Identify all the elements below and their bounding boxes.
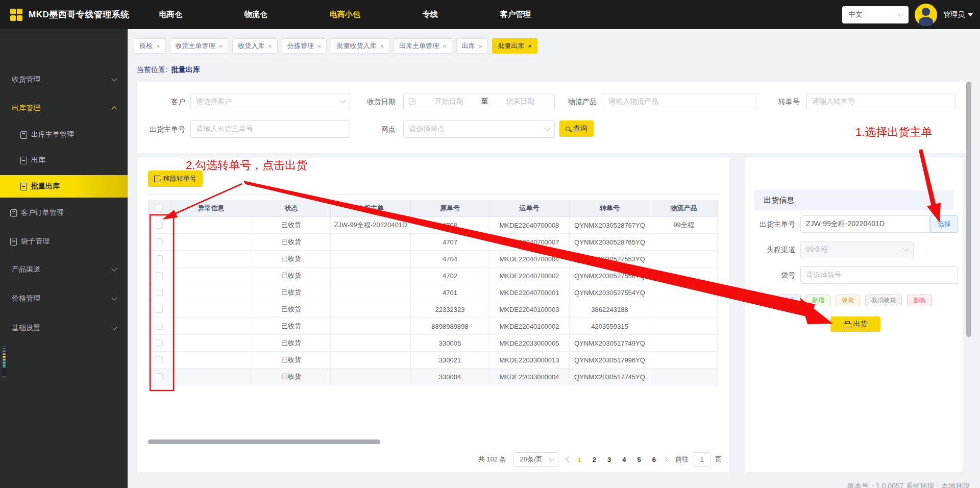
row-checkbox[interactable]: [156, 272, 163, 279]
horizontal-scrollbar[interactable]: [148, 440, 380, 444]
top-nav-item[interactable]: 客户管理: [500, 10, 531, 19]
prev-page-button[interactable]: [566, 457, 571, 462]
page-size-select[interactable]: 20条/页: [513, 452, 558, 467]
close-icon[interactable]: [479, 42, 483, 50]
tab[interactable]: 出库: [456, 38, 488, 54]
sidebar-item-outbound-single[interactable]: 出库: [0, 149, 128, 172]
row-checkbox[interactable]: [156, 356, 163, 363]
top-nav-item[interactable]: 物流仓: [244, 10, 267, 19]
close-icon[interactable]: [380, 42, 384, 50]
select-all-checkbox[interactable]: [156, 205, 163, 212]
logistics-product-input[interactable]: 请输入物流产品: [603, 93, 756, 110]
page-number[interactable]: 1: [578, 456, 581, 463]
close-icon[interactable]: [219, 42, 223, 50]
close-icon[interactable]: [443, 42, 447, 50]
search-button[interactable]: 查询: [559, 120, 594, 137]
start-date-input[interactable]: 开始日期: [420, 97, 478, 106]
sidebar-item-outbound[interactable]: 出库管理: [0, 97, 128, 119]
cell-exception: [170, 267, 252, 284]
cell-waybill-no: MKDE22040700002: [489, 267, 570, 284]
page-number[interactable]: 3: [607, 456, 611, 463]
cell-logistics-product: [650, 251, 718, 267]
bag-pack-button[interactable]: 装袋: [836, 295, 860, 306]
row-checkbox[interactable]: [156, 306, 163, 313]
goto-page-input[interactable]: [693, 452, 711, 467]
select-master-button[interactable]: 选择: [930, 215, 958, 233]
close-icon[interactable]: [317, 42, 322, 50]
first-leg-channel-select[interactable]: 99全程: [800, 241, 914, 258]
row-checkbox[interactable]: [156, 289, 163, 296]
top-nav-item[interactable]: 电商仓: [159, 10, 182, 19]
row-checkbox[interactable]: [156, 238, 163, 246]
sidebar-item-batch-outbound[interactable]: 批量出库: [0, 175, 128, 198]
breadcrumb: 当前位置: 批量出库: [137, 65, 200, 75]
transfer-no-input[interactable]: 请输入转单号: [806, 93, 956, 110]
tab[interactable]: 收货入库: [232, 38, 278, 54]
row-checkbox[interactable]: [156, 222, 163, 229]
page-number[interactable]: 6: [652, 456, 656, 463]
bag-no-label: 袋号: [754, 266, 795, 284]
row-checkbox[interactable]: [156, 339, 163, 347]
receive-date-range[interactable]: 开始日期 至 结束日期: [403, 93, 555, 110]
page-number[interactable]: 4: [622, 456, 626, 463]
language-select[interactable]: 中文: [842, 6, 909, 23]
transfer-no-label: 转单号: [770, 93, 800, 110]
chevron-down-icon: [111, 76, 117, 81]
sidebar-item-bag-management[interactable]: 袋子管理: [0, 230, 128, 253]
chevron-down-icon: [897, 11, 903, 16]
bag-no-input[interactable]: 请选择袋号: [800, 266, 958, 284]
row-checkbox[interactable]: [156, 323, 163, 330]
vertical-scrollbar[interactable]: [966, 82, 971, 337]
cell-waybill-no: MKDE22040700004: [489, 251, 570, 267]
ship-button[interactable]: 出货: [830, 316, 880, 332]
sidebar-item-price-management[interactable]: 价格管理: [0, 287, 128, 310]
cell-status: 已收货: [252, 251, 331, 267]
cell-original-no: 4702: [411, 267, 489, 284]
sidebar-item-receiving[interactable]: 收货管理: [0, 68, 128, 91]
sidebar-item-basic-settings[interactable]: 基础设置: [0, 317, 128, 339]
divider: [148, 194, 718, 194]
cell-exception: [170, 301, 252, 318]
tab[interactable]: 分拣管理: [282, 38, 327, 54]
close-icon[interactable]: [528, 42, 532, 50]
remove-transfer-icon: [154, 176, 160, 182]
bag-select-button[interactable]: 选择: [776, 295, 801, 306]
row-checkbox[interactable]: [156, 255, 163, 262]
end-date-input[interactable]: 结束日期: [492, 97, 550, 106]
close-icon[interactable]: [268, 42, 272, 50]
sidebar-item-product-channel[interactable]: 产品渠道: [0, 258, 128, 281]
tab[interactable]: 批量收货入库: [331, 38, 389, 54]
sidebar-item-outbound-master[interactable]: 出库主单管理: [0, 124, 128, 146]
page-number[interactable]: 5: [638, 456, 641, 463]
top-nav-item[interactable]: 电商小包: [330, 10, 360, 19]
cell-waybill-no: MKDE22033000013: [489, 352, 570, 369]
open-tabs-bar: 质检 收货主单管理 收货入库 分拣管理 批量收货入库 出库主单管理 出库 批量出…: [134, 38, 537, 54]
page-number[interactable]: 2: [593, 456, 596, 463]
document-icon: [10, 238, 17, 246]
top-nav-item[interactable]: 专线: [423, 10, 438, 19]
bag-delete-button[interactable]: 删除: [907, 295, 932, 306]
row-checkbox[interactable]: [156, 373, 163, 380]
tab[interactable]: 质检: [134, 38, 166, 54]
user-menu[interactable]: 管理员: [943, 10, 973, 19]
user-avatar[interactable]: [915, 4, 937, 26]
bag-unpack-button[interactable]: 取消装袋: [865, 295, 902, 306]
bag-add-button[interactable]: 新增: [806, 295, 830, 306]
customer-select[interactable]: 请选择客户: [190, 93, 350, 110]
next-page-button[interactable]: [663, 457, 668, 462]
column-header: 转单号: [570, 200, 650, 217]
tab[interactable]: 出库主单管理: [394, 38, 452, 54]
cell-original-no: 4708: [411, 217, 489, 234]
outlet-select[interactable]: 请选择网点: [403, 120, 555, 138]
cell-waybill-no: MKDE22040100003: [489, 301, 570, 318]
close-icon[interactable]: [156, 42, 160, 50]
ship-master-label: 出货主单号: [754, 215, 795, 233]
tab[interactable]: 批量出库: [492, 38, 537, 54]
column-header: 运单号: [489, 200, 570, 217]
ship-master-input[interactable]: ZJW-99全程-20220401D: [800, 215, 930, 233]
sidebar-item-customer-orders[interactable]: 客户订单管理: [0, 202, 128, 224]
tab[interactable]: 收货主单管理: [170, 38, 229, 54]
status-meter-widget[interactable]: [1, 346, 7, 377]
shipment-master-no-input[interactable]: 请输入出货主单号: [190, 120, 350, 138]
remove-transfer-button[interactable]: 移除转单号: [148, 170, 203, 187]
